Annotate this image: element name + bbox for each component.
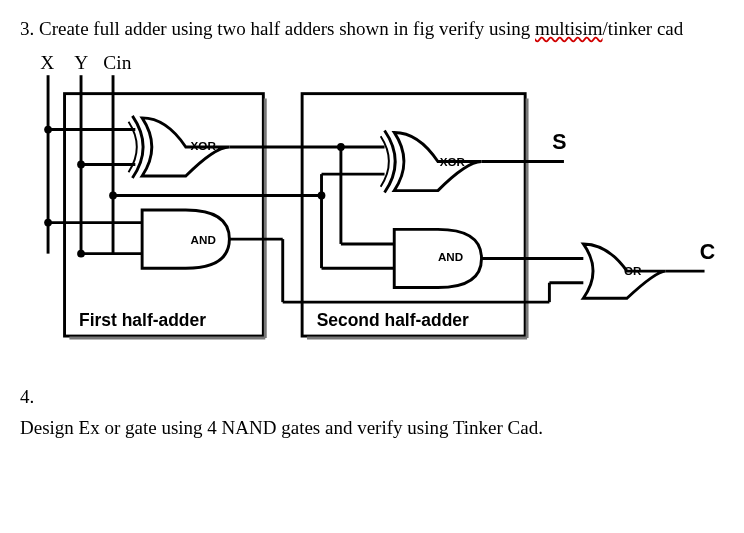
and1-gate-icon xyxy=(142,210,229,268)
q3-text-b: /tinker cad xyxy=(603,18,684,39)
svg-point-21 xyxy=(109,191,117,199)
xor2-label: XOR xyxy=(440,155,466,168)
xor2-gate-icon xyxy=(381,130,482,192)
question-4-number: 4. xyxy=(20,384,724,410)
input-label-x: X xyxy=(40,52,54,73)
svg-point-10 xyxy=(77,160,85,168)
q3-text-a: Create full adder using two half adders … xyxy=(39,18,535,39)
and2-label: AND xyxy=(438,250,463,263)
input-label-y: Y xyxy=(74,52,88,73)
q3-spellcheck-word: multisim xyxy=(535,18,603,39)
input-label-cin: Cin xyxy=(103,52,131,73)
question-3: 3. Create full adder using two half adde… xyxy=(20,16,724,42)
svg-point-8 xyxy=(44,125,52,133)
full-adder-diagram: X Y Cin First half-adder Second half-add… xyxy=(20,50,724,370)
first-half-adder-caption: First half-adder xyxy=(79,310,206,330)
second-half-adder-caption: Second half-adder xyxy=(317,310,469,330)
output-carry-label: C xyxy=(700,240,715,264)
svg-point-14 xyxy=(77,249,85,257)
second-half-adder-box xyxy=(302,93,525,335)
output-sum-label: S xyxy=(552,130,566,154)
question-4-text: Design Ex or gate using 4 NAND gates and… xyxy=(20,415,724,441)
and1-label: AND xyxy=(191,233,216,246)
q3-number: 3. xyxy=(20,18,34,39)
q4-number: 4. xyxy=(20,386,34,407)
or-label: OR xyxy=(624,264,642,277)
xor1-label: XOR xyxy=(191,139,217,152)
diagram-svg: X Y Cin First half-adder Second half-add… xyxy=(20,50,720,370)
svg-point-12 xyxy=(44,218,52,226)
